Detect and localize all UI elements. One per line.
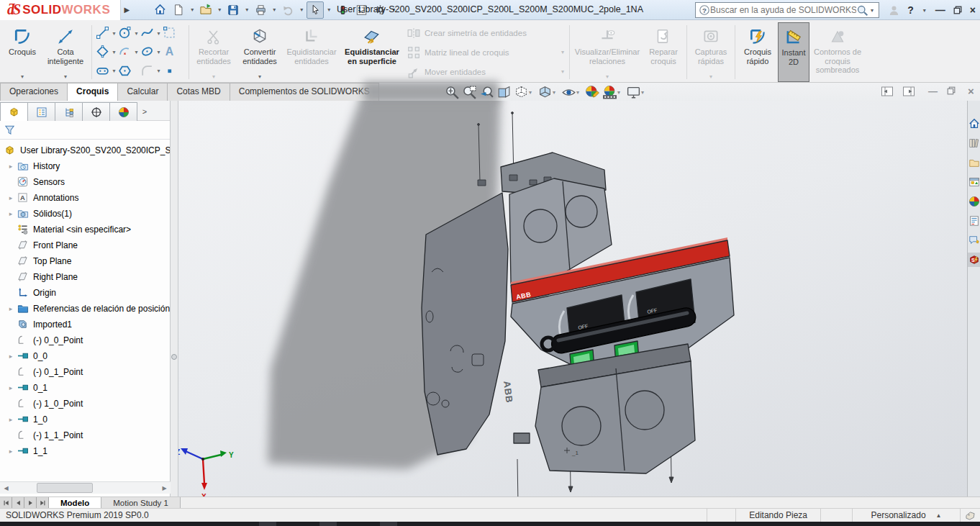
window-minimize-icon[interactable]: — [935, 4, 945, 16]
line-tool[interactable]: ▾ [96, 24, 118, 42]
expand-arrow-icon[interactable]: ▸ [4, 210, 17, 217]
offset-on-surface-button[interactable]: Equidistanciar en superficie [340, 22, 404, 82]
tree-item-0-0[interactable]: ▸0_0 [0, 348, 170, 364]
new-document-dropdown[interactable]: ▾ [189, 6, 196, 13]
design-library-button[interactable] [968, 136, 980, 150]
nav-first-button[interactable] [0, 497, 12, 508]
apply-scene-button[interactable]: ▾ [602, 85, 624, 100]
tree-filter-row[interactable] [0, 121, 170, 140]
save-button[interactable] [224, 1, 242, 19]
search-magnifier-icon[interactable] [856, 4, 868, 17]
configurationmanager-tab[interactable] [55, 102, 83, 121]
custom-properties-button[interactable] [968, 214, 980, 228]
tree-item-material-sin-especificar[interactable]: Material <sin especificar> [0, 222, 170, 237]
open-button[interactable] [197, 1, 214, 19]
tree-item-top-plane[interactable]: Top Plane [0, 253, 170, 269]
expand-arrow-icon[interactable]: ▸ [4, 305, 17, 312]
expand-arrow-icon[interactable]: ▸ [4, 163, 17, 170]
tree-horizontal-scrollbar[interactable]: ◀ ▶ [0, 481, 171, 494]
hide-show-items-button[interactable]: ▾ [561, 85, 583, 100]
search-dropdown[interactable]: ▾ [868, 7, 876, 14]
status-configuration[interactable]: Personalizado▲ [852, 509, 960, 522]
quick-snaps-dropdown[interactable]: ▾ [709, 73, 712, 82]
resources-home-button[interactable] [968, 117, 980, 131]
tab-operaciones[interactable]: Operaciones [0, 83, 68, 101]
expand-arrow-icon[interactable]: ▸ [4, 416, 17, 423]
tree-item-referencias-de-relaci-n-de-posici-n[interactable]: ▸Referencias de relación de posición [0, 301, 170, 317]
expand-arrow-icon[interactable]: ▸ [4, 353, 17, 360]
circle-tool[interactable]: ▾ [118, 24, 140, 42]
select-cursor-dropdown[interactable]: ▾ [325, 6, 332, 13]
tree-item-0-0-point[interactable]: (-) 0_0_Point [0, 332, 170, 348]
tree-item-1-0-point[interactable]: (-) 1_0_Point [0, 396, 170, 412]
tree-item-1-1[interactable]: ▸1_1 [0, 443, 170, 459]
ellipse-tool[interactable]: ▾ [140, 42, 163, 61]
display-delete-relations-button[interactable]: Visualizar/Eliminar relaciones ▾ [572, 22, 643, 82]
tab-complementos-de-solidworks[interactable]: Complementos de SOLIDWORKS [230, 83, 379, 101]
menu-flyout-arrow-icon[interactable]: ▶ [121, 1, 132, 19]
solidworks-addins-button[interactable]: S [968, 253, 980, 267]
help-button[interactable]: ? [907, 4, 914, 16]
open-dropdown[interactable]: ▾ [216, 6, 223, 13]
tree-item-front-plane[interactable]: Front Plane [0, 237, 170, 253]
previous-view-button[interactable] [479, 85, 494, 100]
tree-item-1-0[interactable]: ▸1_0 [0, 412, 170, 427]
splitter-grip-icon[interactable] [171, 354, 177, 360]
tree-item-origin[interactable]: Origin [0, 285, 170, 301]
featuremanager-tab[interactable] [0, 102, 28, 121]
user-account-icon[interactable] [888, 4, 900, 17]
smart-dimension-dropdown[interactable]: ▾ [64, 73, 67, 82]
window-close-icon[interactable]: × [970, 4, 976, 16]
spline-tool[interactable]: ▾ [140, 24, 163, 42]
pane-preview-left-icon[interactable] [881, 86, 894, 97]
tab-calcular[interactable]: Calcular [117, 83, 168, 101]
scroll-right-icon[interactable]: ▶ [158, 482, 171, 494]
new-document-button[interactable] [170, 1, 187, 19]
expand-arrow-icon[interactable]: ▸ [4, 448, 17, 455]
section-view-button[interactable] [496, 85, 512, 100]
nav-next-button[interactable] [24, 497, 37, 508]
scroll-left-icon[interactable]: ◀ [0, 482, 12, 494]
doc-restore-icon[interactable] [946, 86, 959, 97]
rapid-sketch-button[interactable]: Croquis rápido [738, 22, 778, 82]
tree-item-right-plane[interactable]: Right Plane [0, 269, 170, 285]
nav-prev-button[interactable] [12, 497, 24, 508]
view-settings-button[interactable]: ▾ [626, 85, 648, 100]
view-palette-button[interactable] [968, 175, 980, 189]
point-tool[interactable] [163, 62, 185, 81]
offset-entities-button[interactable]: Equidistanciar entidades [283, 22, 340, 82]
help-dropdown[interactable]: ▾ [921, 7, 928, 14]
rectangle-tool[interactable]: ▾ [96, 42, 118, 61]
relations-dropdown[interactable]: ▾ [606, 73, 609, 82]
panel-splitter[interactable] [171, 101, 178, 496]
fm-tabs-overflow-chevron[interactable]: > [137, 102, 153, 120]
save-dropdown[interactable]: ▾ [243, 6, 250, 13]
sketch-dropdown[interactable]: ▾ [21, 73, 24, 82]
tree-item-history[interactable]: ▸History [0, 158, 170, 174]
trim-box-tool[interactable] [163, 24, 185, 42]
print-dropdown[interactable]: ▾ [271, 6, 278, 13]
displaymanager-tab[interactable] [109, 102, 137, 121]
matriz-lineal-de-croquis-button[interactable]: Matriz lineal de croquis▾ [407, 44, 564, 61]
convert-entities-button[interactable]: Convertir entidades ▾ [236, 22, 283, 82]
slot-tool[interactable]: ▾ [96, 62, 118, 81]
tab-croquis[interactable]: Croquis [67, 83, 118, 101]
doc-close-icon[interactable]: × [968, 85, 974, 97]
arc-tool[interactable]: ▾ [118, 42, 140, 61]
convert-entities-dropdown[interactable]: ▾ [258, 73, 261, 82]
text-tool[interactable]: A [163, 42, 185, 61]
tree-root-item[interactable]: User Library-S200_SV200_S200ICP_S200L_ [0, 142, 170, 158]
window-restore-icon[interactable] [953, 5, 963, 15]
help-search-box[interactable]: ? ▾ [695, 2, 879, 18]
home-button[interactable] [151, 1, 168, 19]
trim-entities-button[interactable]: Recortar entidades ▾ [191, 22, 236, 82]
propertymanager-tab[interactable] [27, 102, 55, 121]
quick-snaps-button[interactable]: Capturas rápidas ▾ [689, 22, 732, 82]
instant2d-button[interactable]: Instant 2D [778, 22, 809, 82]
shaded-sketch-contours-button[interactable]: Contornos de croquis sombreados [809, 22, 866, 82]
polygon-tool[interactable] [118, 62, 140, 81]
zoom-area-button[interactable] [462, 85, 477, 100]
search-input[interactable] [710, 5, 856, 15]
file-explorer-button[interactable] [968, 155, 980, 170]
tree-item-imported1[interactable]: Imported1 [0, 317, 170, 332]
